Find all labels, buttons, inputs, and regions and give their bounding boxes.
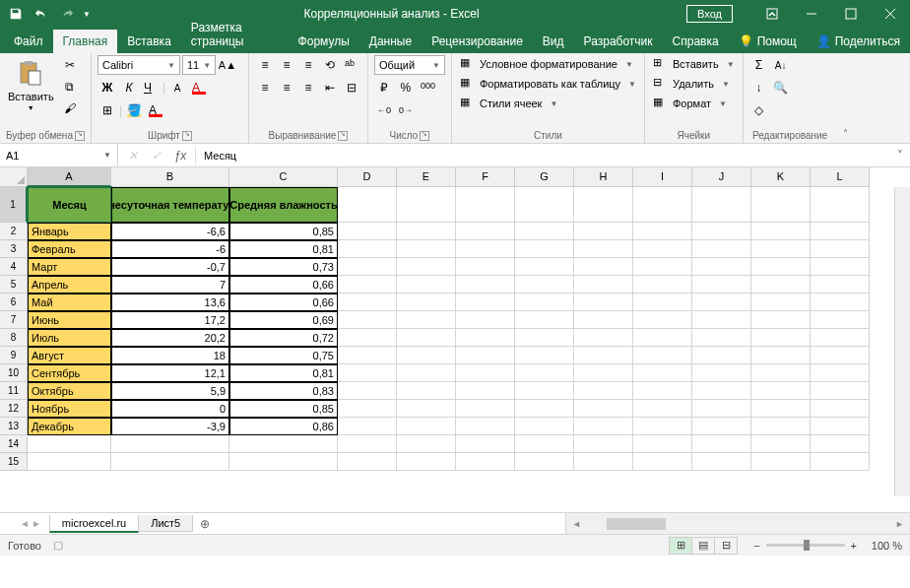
sheet-tab-2[interactable]: Лист5 — [138, 515, 193, 532]
tab-data[interactable]: Данные — [359, 30, 422, 53]
cell-14-F[interactable] — [456, 435, 515, 453]
sheet-tab-1[interactable]: microexcel.ru — [49, 515, 139, 533]
cell-8-L[interactable] — [811, 329, 870, 347]
cell-5-E[interactable] — [397, 276, 456, 294]
cell-2-H[interactable] — [574, 223, 633, 240]
underline-button[interactable]: Ч — [141, 78, 161, 98]
col-header-J[interactable]: J — [692, 167, 751, 187]
qat-customize-icon[interactable]: ▼ — [81, 2, 93, 26]
increase-decimal-icon[interactable]: ←0 — [374, 100, 394, 120]
fill-color-icon[interactable]: 🪣 — [124, 100, 144, 120]
cell-9-D[interactable] — [338, 347, 397, 364]
cell-7-C[interactable]: 0,69 — [229, 311, 338, 329]
cell-2-C[interactable]: 0,85 — [229, 223, 338, 240]
cell-3-H[interactable] — [574, 240, 633, 258]
cell-4-B[interactable]: -0,7 — [111, 258, 229, 276]
cell-9-J[interactable] — [692, 347, 751, 364]
tab-home[interactable]: Главная — [53, 30, 118, 53]
cell-4-F[interactable] — [456, 258, 515, 276]
zoom-in-icon[interactable]: + — [851, 540, 857, 552]
find-icon[interactable]: 🔍 — [771, 78, 791, 98]
cell-8-C[interactable]: 0,72 — [229, 329, 338, 347]
row-header-13[interactable]: 13 — [0, 418, 28, 435]
cancel-formula-icon[interactable]: ✕ — [122, 146, 144, 165]
cell-6-C[interactable]: 0,66 — [229, 294, 338, 311]
cell-7-F[interactable] — [456, 311, 515, 329]
cell-10-D[interactable] — [338, 364, 397, 382]
cell-15-A[interactable] — [28, 453, 111, 471]
col-header-G[interactable]: G — [515, 167, 574, 187]
cell-styles-button[interactable]: ▦Стили ячеек▼ — [458, 95, 638, 112]
cell-5-A[interactable]: Апрель — [28, 276, 111, 294]
cell-10-K[interactable] — [751, 364, 811, 382]
ribbon-options-icon[interactable] — [752, 0, 792, 28]
cell-6-F[interactable] — [456, 294, 515, 311]
align-bottom-icon[interactable]: ≡ — [298, 55, 318, 75]
cell-8-E[interactable] — [397, 329, 456, 347]
percent-icon[interactable]: % — [396, 78, 416, 98]
cell-12-E[interactable] — [397, 400, 456, 418]
cell-10-H[interactable] — [574, 364, 633, 382]
cell-11-H[interactable] — [574, 382, 633, 400]
cell-1-C[interactable]: Средняя влажность — [229, 187, 338, 223]
tab-formulas[interactable]: Формулы — [289, 30, 359, 53]
cell-4-K[interactable] — [751, 258, 811, 276]
cell-2-B[interactable]: -6,6 — [111, 223, 229, 240]
col-header-K[interactable]: K — [751, 167, 811, 187]
collapse-ribbon-icon[interactable]: ˄ — [837, 53, 855, 143]
cell-11-K[interactable] — [751, 382, 811, 400]
cell-4-I[interactable] — [633, 258, 692, 276]
cell-5-K[interactable] — [751, 276, 811, 294]
cell-1-B[interactable]: Среднесуточная температура, C° — [111, 187, 229, 223]
clipboard-launcher-icon[interactable] — [75, 131, 85, 141]
conditional-formatting-button[interactable]: ▦Условное форматирование▼ — [458, 55, 638, 73]
cell-7-H[interactable] — [574, 311, 633, 329]
cell-1-H[interactable] — [574, 187, 633, 223]
cell-10-J[interactable] — [692, 364, 751, 382]
cell-13-G[interactable] — [515, 418, 574, 435]
cell-7-G[interactable] — [515, 311, 574, 329]
cell-6-I[interactable] — [633, 294, 692, 311]
cell-6-K[interactable] — [751, 294, 811, 311]
cell-13-B[interactable]: -3,9 — [111, 418, 229, 435]
cell-13-L[interactable] — [811, 418, 870, 435]
font-size-combo[interactable]: 11▼ — [182, 55, 216, 75]
cell-12-G[interactable] — [515, 400, 574, 418]
cell-10-F[interactable] — [456, 364, 515, 382]
cell-9-E[interactable] — [397, 347, 456, 364]
cell-4-A[interactable]: Март — [28, 258, 111, 276]
row-header-12[interactable]: 12 — [0, 400, 28, 418]
cell-15-H[interactable] — [574, 453, 633, 471]
cell-13-C[interactable]: 0,86 — [229, 418, 338, 435]
decrease-font-icon[interactable]: A — [167, 78, 187, 98]
cell-6-A[interactable]: Май — [28, 294, 111, 311]
cell-12-F[interactable] — [456, 400, 515, 418]
cell-8-D[interactable] — [338, 329, 397, 347]
cell-3-D[interactable] — [338, 240, 397, 258]
cell-6-H[interactable] — [574, 294, 633, 311]
cell-3-B[interactable]: -6 — [111, 240, 229, 258]
enter-formula-icon[interactable]: ✓ — [146, 146, 167, 165]
orientation-icon[interactable]: ⟲ — [320, 55, 340, 75]
col-header-B[interactable]: B — [111, 167, 229, 187]
zoom-out-icon[interactable]: − — [753, 540, 759, 552]
cell-9-C[interactable]: 0,75 — [229, 347, 338, 364]
col-header-I[interactable]: I — [633, 167, 692, 187]
tab-review[interactable]: Рецензирование — [422, 30, 533, 53]
page-layout-view-icon[interactable]: ▤ — [691, 537, 715, 555]
cell-15-C[interactable] — [229, 453, 338, 471]
cell-4-G[interactable] — [515, 258, 574, 276]
cell-12-K[interactable] — [751, 400, 811, 418]
cell-8-H[interactable] — [574, 329, 633, 347]
macro-record-icon[interactable]: ▢ — [53, 539, 63, 552]
cell-14-G[interactable] — [515, 435, 574, 453]
cell-14-B[interactable] — [111, 435, 229, 453]
row-header-8[interactable]: 8 — [0, 329, 28, 347]
cell-3-J[interactable] — [692, 240, 751, 258]
cell-11-E[interactable] — [397, 382, 456, 400]
cell-11-G[interactable] — [515, 382, 574, 400]
row-header-2[interactable]: 2 — [0, 223, 28, 240]
sheet-next-icon[interactable]: ► — [32, 518, 41, 529]
cell-6-G[interactable] — [515, 294, 574, 311]
cell-7-D[interactable] — [338, 311, 397, 329]
